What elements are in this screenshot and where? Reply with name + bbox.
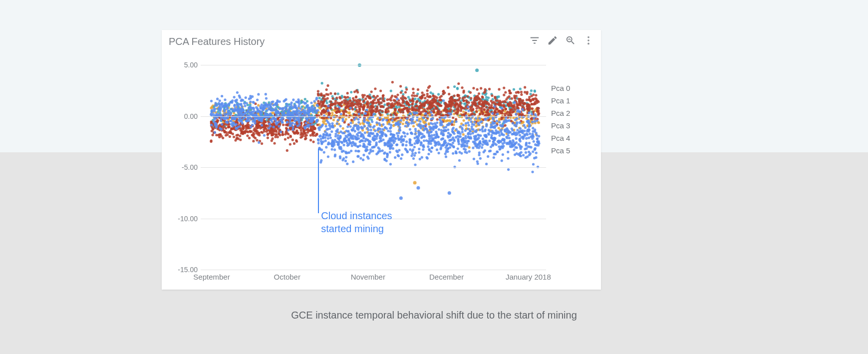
svg-point-3694 [320, 149, 323, 151]
svg-point-4153 [534, 148, 536, 151]
svg-point-1671 [399, 85, 402, 87]
svg-point-2505 [314, 127, 316, 130]
svg-point-2253 [344, 99, 347, 102]
svg-point-4301 [455, 152, 457, 154]
svg-point-4171 [495, 129, 497, 132]
svg-rect-0 [568, 38, 569, 40]
svg-point-469 [331, 112, 333, 114]
svg-point-2234 [355, 96, 357, 98]
svg-point-2278 [411, 99, 414, 102]
svg-point-2593 [346, 96, 349, 98]
svg-point-2697 [321, 123, 324, 126]
svg-point-2487 [481, 106, 483, 109]
svg-point-2401 [399, 103, 401, 106]
svg-point-2326 [379, 113, 382, 116]
svg-point-2426 [509, 101, 511, 103]
svg-point-2010 [338, 96, 341, 98]
svg-point-2247 [526, 92, 528, 95]
svg-point-3436 [369, 143, 371, 146]
svg-point-3752 [389, 130, 392, 132]
svg-point-4139 [451, 120, 454, 123]
svg-point-2461 [413, 94, 416, 97]
svg-point-4064 [289, 119, 291, 121]
svg-point-2018 [417, 88, 419, 91]
svg-point-4269 [241, 98, 243, 101]
svg-point-1409 [370, 90, 373, 93]
svg-point-4265 [321, 135, 324, 138]
svg-point-2455 [389, 103, 392, 105]
svg-point-3163 [522, 154, 525, 156]
svg-point-3925 [398, 149, 400, 151]
svg-point-1116 [261, 142, 263, 145]
svg-point-3099 [473, 158, 475, 160]
svg-point-3261 [378, 122, 380, 125]
svg-point-2093 [534, 97, 537, 100]
svg-point-3027 [352, 160, 354, 163]
edit-icon[interactable] [547, 35, 558, 48]
svg-point-4163 [333, 142, 335, 144]
svg-point-1926 [423, 94, 425, 96]
svg-point-3993 [367, 157, 369, 160]
svg-point-3956 [379, 137, 381, 139]
svg-point-3557 [409, 144, 412, 146]
svg-point-3151 [229, 113, 232, 116]
svg-point-3404 [436, 121, 438, 124]
svg-point-4124 [232, 121, 234, 124]
svg-point-1821 [252, 132, 255, 134]
svg-point-2082 [505, 98, 508, 100]
svg-point-4051 [399, 129, 401, 131]
svg-point-2589 [406, 109, 408, 111]
svg-point-3181 [362, 159, 364, 161]
svg-point-3807 [223, 117, 225, 120]
svg-point-2131 [453, 109, 455, 112]
svg-point-2603 [507, 111, 509, 113]
svg-point-1642 [275, 133, 277, 136]
svg-point-3561 [414, 163, 416, 166]
svg-point-4 [587, 39, 589, 41]
svg-point-3707 [395, 150, 398, 152]
svg-point-3749 [244, 105, 246, 107]
svg-point-2420 [523, 103, 525, 105]
svg-point-2920 [529, 132, 531, 135]
svg-point-3141 [412, 157, 415, 160]
svg-point-1599 [396, 93, 399, 96]
svg-point-4237 [472, 128, 474, 131]
svg-point-4230 [392, 135, 394, 138]
svg-point-2298 [469, 91, 472, 94]
svg-point-2404 [531, 107, 534, 110]
svg-point-4169 [464, 148, 467, 151]
zoom-icon[interactable] [565, 35, 576, 48]
svg-point-2907 [214, 131, 216, 134]
svg-point-3125 [235, 100, 238, 103]
svg-point-1555 [386, 104, 389, 106]
svg-point-3526 [356, 133, 358, 135]
svg-point-3926 [520, 146, 523, 148]
svg-point-2339 [418, 107, 420, 109]
svg-point-1923 [326, 97, 329, 99]
svg-point-3646 [410, 132, 412, 134]
svg-point-4203 [308, 109, 311, 112]
svg-point-2888 [533, 117, 535, 119]
more-icon[interactable] [583, 35, 594, 48]
svg-point-3518 [481, 128, 483, 130]
svg-point-4302 [282, 117, 285, 120]
svg-point-2107 [256, 139, 258, 141]
svg-point-2019 [398, 108, 400, 111]
svg-point-3496 [431, 117, 434, 120]
svg-point-3671 [484, 118, 487, 120]
svg-point-3968 [427, 153, 430, 155]
svg-point-3805 [297, 101, 300, 103]
svg-point-2303 [264, 125, 266, 127]
filter-icon[interactable] [529, 35, 540, 48]
svg-point-3986 [440, 129, 443, 131]
svg-point-2812 [297, 105, 300, 107]
svg-point-4035 [310, 105, 313, 108]
svg-point-3455 [345, 156, 347, 158]
svg-point-4142 [407, 123, 410, 125]
svg-point-3928 [411, 118, 414, 121]
svg-point-4042 [336, 131, 339, 133]
svg-point-4138 [275, 123, 278, 125]
svg-point-2582 [479, 113, 481, 115]
svg-point-4091 [390, 133, 392, 136]
svg-point-3504 [350, 150, 352, 152]
